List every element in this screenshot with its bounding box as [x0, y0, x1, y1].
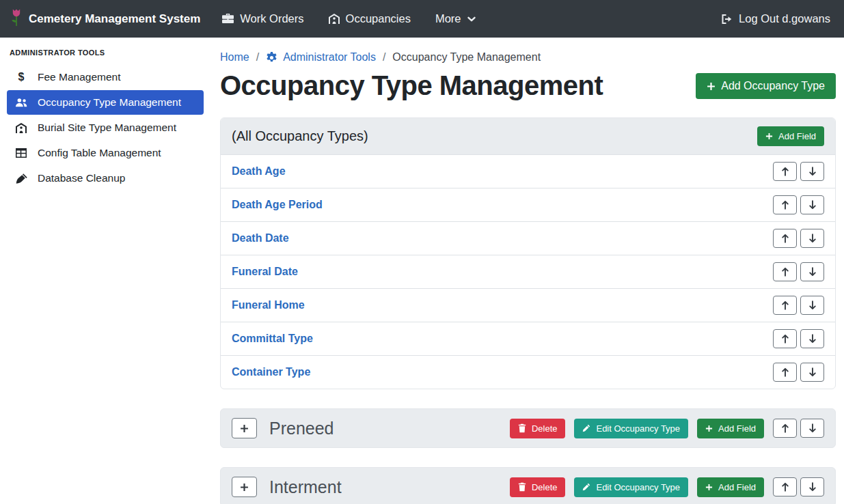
gear-icon — [266, 52, 277, 64]
trash-icon — [518, 423, 526, 433]
trash-icon — [518, 482, 526, 492]
breadcrumb-admin-tools[interactable]: Administrator Tools — [266, 51, 376, 64]
move-up-button[interactable] — [773, 296, 797, 315]
type-actions: Delete Edit Occupancy Type Add Field — [510, 419, 824, 438]
pencil-icon — [582, 424, 590, 432]
move-down-button[interactable] — [800, 477, 824, 496]
delete-label: Delete — [532, 423, 558, 434]
nav-occupancies-label: Occupancies — [346, 12, 411, 25]
sidebar-item-burial-site-type-management[interactable]: Burial Site Type Management — [7, 115, 204, 140]
field-link-death-age[interactable]: Death Age — [232, 165, 286, 178]
occupancy-type-card-interment: Interment Delete Edit Occupancy Type Add… — [220, 467, 836, 504]
occupancies-icon — [329, 14, 340, 24]
move-down-button[interactable] — [800, 419, 824, 438]
field-row: Container Type — [221, 356, 835, 389]
move-down-button[interactable] — [800, 162, 824, 181]
move-up-button[interactable] — [773, 477, 797, 496]
field-link-container-type[interactable]: Container Type — [232, 366, 310, 378]
field-link-committal-type[interactable]: Committal Type — [232, 333, 313, 345]
reorder-controls — [773, 262, 824, 281]
add-field-label: Add Field — [718, 423, 756, 434]
nav-occupancies[interactable]: Occupancies — [329, 12, 411, 25]
edit-occupancy-type-button[interactable]: Edit Occupancy Type — [574, 477, 688, 497]
plus-icon — [707, 82, 716, 91]
sidebar-item-label: Burial Site Type Management — [38, 122, 176, 134]
chevron-down-icon — [467, 16, 476, 22]
field-row: Death Date — [221, 222, 835, 255]
sidebar-item-label: Database Cleanup — [38, 172, 125, 184]
field-row: Death Age — [221, 155, 835, 188]
all-types-card-header: (All Occupancy Types) Add Field — [221, 118, 835, 155]
expand-button[interactable] — [232, 477, 257, 497]
reorder-controls — [773, 296, 824, 315]
add-occupancy-type-label: Add Occupancy Type — [721, 80, 825, 92]
add-occupancy-type-button[interactable]: Add Occupancy Type — [696, 73, 836, 99]
nav-more-label: More — [435, 12, 461, 25]
field-link-death-age-period[interactable]: Death Age Period — [232, 199, 323, 211]
move-down-button[interactable] — [800, 296, 824, 315]
expand-button[interactable] — [232, 418, 257, 438]
move-up-button[interactable] — [773, 162, 797, 181]
flower-logo-icon — [11, 8, 22, 29]
pencil-icon — [582, 483, 590, 491]
move-up-button[interactable] — [773, 195, 797, 214]
field-link-funeral-home[interactable]: Funeral Home — [232, 299, 305, 311]
move-down-button[interactable] — [800, 195, 824, 214]
move-down-button[interactable] — [800, 229, 824, 248]
move-down-button[interactable] — [800, 329, 824, 348]
reorder-controls — [773, 363, 824, 382]
nav-more[interactable]: More — [435, 12, 476, 25]
sidebar-item-label: Occupancy Type Management — [38, 96, 181, 109]
move-up-button[interactable] — [773, 229, 797, 248]
add-field-button[interactable]: Add Field — [697, 419, 764, 438]
add-field-button[interactable]: Add Field — [757, 126, 824, 146]
page-title: Occupancy Type Management — [220, 70, 603, 101]
all-occupancy-types-card: (All Occupancy Types) Add Field Death Ag… — [220, 117, 836, 389]
table-icon — [14, 148, 29, 158]
dollar-icon: $ — [14, 71, 29, 83]
breadcrumb: Home / Administrator Tools / Occupancy T… — [220, 51, 836, 64]
type-actions: Delete Edit Occupancy Type Add Field — [510, 477, 824, 497]
breadcrumb-separator: / — [256, 51, 259, 64]
title-row: Occupancy Type Management Add Occupancy … — [220, 70, 836, 101]
breadcrumb-separator: / — [383, 51, 385, 64]
reorder-controls — [773, 162, 824, 181]
plus-icon — [705, 484, 713, 491]
sidebar: ADMINISTRATOR TOOLS $ Fee Management Occ… — [0, 38, 210, 504]
sidebar-item-fee-management[interactable]: $ Fee Management — [7, 65, 204, 89]
delete-button[interactable]: Delete — [510, 477, 566, 497]
breadcrumb-admin-label: Administrator Tools — [283, 51, 376, 64]
move-down-button[interactable] — [800, 363, 824, 382]
sidebar-item-occupancy-type-management[interactable]: Occupancy Type Management — [7, 90, 204, 115]
reorder-controls — [773, 419, 824, 438]
add-field-label: Add Field — [778, 131, 816, 141]
move-up-button[interactable] — [773, 329, 797, 348]
move-up-button[interactable] — [773, 419, 797, 438]
nav-work-orders[interactable]: Work Orders — [222, 12, 303, 25]
sidebar-item-label: Fee Management — [38, 71, 121, 83]
nav-work-orders-label: Work Orders — [240, 12, 303, 25]
app-title: Cemetery Management System — [29, 12, 200, 26]
edit-occupancy-type-label: Edit Occupancy Type — [596, 423, 680, 434]
move-up-button[interactable] — [773, 363, 797, 382]
main-content: Home / Administrator Tools / Occupancy T… — [210, 38, 844, 504]
sidebar-item-label: Config Table Management — [38, 147, 161, 159]
all-types-card-title: (All Occupancy Types) — [232, 128, 368, 144]
logout-label: Log Out d.gowans — [739, 12, 830, 25]
move-down-button[interactable] — [800, 262, 824, 281]
field-link-funeral-date[interactable]: Funeral Date — [232, 266, 298, 278]
delete-button[interactable]: Delete — [510, 419, 566, 438]
field-link-death-date[interactable]: Death Date — [232, 232, 289, 244]
breadcrumb-home[interactable]: Home — [220, 51, 249, 64]
plus-icon — [765, 132, 773, 140]
field-row: Death Age Period — [221, 188, 835, 222]
occupancy-type-card-preneed: Preneed Delete Edit Occupancy Type Add F… — [220, 408, 836, 448]
move-up-button[interactable] — [773, 262, 797, 281]
brand-link[interactable]: Cemetery Management System — [11, 8, 200, 29]
sidebar-item-config-table-management[interactable]: Config Table Management — [7, 141, 204, 165]
edit-occupancy-type-button[interactable]: Edit Occupancy Type — [574, 419, 688, 438]
sidebar-item-database-cleanup[interactable]: Database Cleanup — [7, 166, 204, 191]
logout-link[interactable]: Log Out d.gowans — [721, 12, 830, 25]
top-navbar: Cemetery Management System Work Orders O… — [0, 0, 844, 38]
add-field-button[interactable]: Add Field — [697, 477, 764, 497]
